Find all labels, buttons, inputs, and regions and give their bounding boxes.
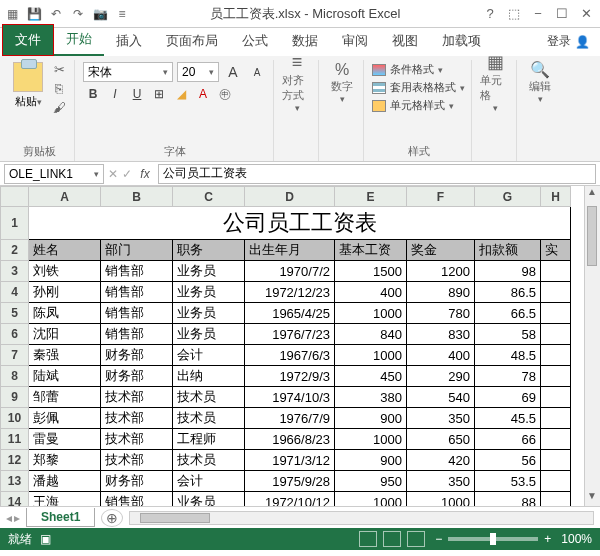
- data-cell[interactable]: 540: [407, 387, 475, 408]
- data-cell[interactable]: 53.5: [475, 471, 541, 492]
- underline-button[interactable]: U: [127, 84, 147, 104]
- data-cell[interactable]: [541, 429, 571, 450]
- formula-input[interactable]: 公司员工工资表: [158, 164, 596, 184]
- data-cell[interactable]: [541, 492, 571, 507]
- login-button[interactable]: 登录 👤: [537, 27, 600, 56]
- fill-color-button[interactable]: ◢: [171, 84, 191, 104]
- data-cell[interactable]: 900: [335, 450, 407, 471]
- data-cell[interactable]: 孙刚: [29, 282, 101, 303]
- col-header[interactable]: B: [101, 187, 173, 207]
- header-cell[interactable]: 实: [541, 240, 571, 261]
- shrink-font-icon[interactable]: A: [247, 62, 267, 82]
- sheet-tab-1[interactable]: Sheet1: [26, 508, 95, 527]
- border-button[interactable]: ⊞: [149, 84, 169, 104]
- data-cell[interactable]: 技术部: [101, 450, 173, 471]
- header-cell[interactable]: 部门: [101, 240, 173, 261]
- col-header[interactable]: H: [541, 187, 571, 207]
- data-cell[interactable]: 48.5: [475, 345, 541, 366]
- row-header[interactable]: 1: [1, 207, 29, 240]
- data-cell[interactable]: 会计: [173, 345, 245, 366]
- data-cell[interactable]: 650: [407, 429, 475, 450]
- undo-icon[interactable]: ↶: [48, 6, 64, 22]
- header-cell[interactable]: 基本工资: [335, 240, 407, 261]
- conditional-format-button[interactable]: 条件格式 ▾: [372, 62, 465, 77]
- data-cell[interactable]: 潘越: [29, 471, 101, 492]
- grow-font-icon[interactable]: A: [223, 62, 243, 82]
- row-header[interactable]: 10: [1, 408, 29, 429]
- data-cell[interactable]: [541, 366, 571, 387]
- data-cell[interactable]: 1965/4/25: [245, 303, 335, 324]
- data-cell[interactable]: 业务员: [173, 492, 245, 507]
- data-cell[interactable]: 380: [335, 387, 407, 408]
- redo-icon[interactable]: ↷: [70, 6, 86, 22]
- data-cell[interactable]: 1000: [335, 345, 407, 366]
- col-header[interactable]: E: [335, 187, 407, 207]
- record-macro-icon[interactable]: ▣: [40, 532, 51, 546]
- data-cell[interactable]: 技术部: [101, 429, 173, 450]
- data-cell[interactable]: 销售部: [101, 282, 173, 303]
- data-cell[interactable]: 400: [335, 282, 407, 303]
- table-format-button[interactable]: 套用表格格式 ▾: [372, 80, 465, 95]
- row-header[interactable]: 4: [1, 282, 29, 303]
- data-cell[interactable]: 业务员: [173, 303, 245, 324]
- data-cell[interactable]: 销售部: [101, 303, 173, 324]
- data-cell[interactable]: 890: [407, 282, 475, 303]
- row-header[interactable]: 13: [1, 471, 29, 492]
- fx-icon[interactable]: fx: [136, 167, 154, 181]
- close-icon[interactable]: ✕: [576, 4, 596, 24]
- data-cell[interactable]: 78: [475, 366, 541, 387]
- data-cell[interactable]: [541, 450, 571, 471]
- zoom-out-button[interactable]: −: [435, 532, 442, 546]
- data-cell[interactable]: 1976/7/23: [245, 324, 335, 345]
- cell-styles-button[interactable]: 单元格样式 ▾: [372, 98, 465, 113]
- data-cell[interactable]: 66: [475, 429, 541, 450]
- data-cell[interactable]: 陆斌: [29, 366, 101, 387]
- data-cell[interactable]: 86.5: [475, 282, 541, 303]
- data-cell[interactable]: 58: [475, 324, 541, 345]
- data-cell[interactable]: 1000: [335, 429, 407, 450]
- data-cell[interactable]: 1000: [335, 492, 407, 507]
- data-cell[interactable]: 350: [407, 471, 475, 492]
- data-cell[interactable]: 1976/7/9: [245, 408, 335, 429]
- scroll-up-icon[interactable]: ▲: [585, 186, 599, 202]
- data-cell[interactable]: 400: [407, 345, 475, 366]
- data-cell[interactable]: 财务部: [101, 471, 173, 492]
- page-break-view-icon[interactable]: [407, 531, 425, 547]
- editing-button[interactable]: 🔍编辑▾: [525, 62, 555, 102]
- data-cell[interactable]: 350: [407, 408, 475, 429]
- data-cell[interactable]: 刘铁: [29, 261, 101, 282]
- row-header[interactable]: 7: [1, 345, 29, 366]
- data-cell[interactable]: 销售部: [101, 492, 173, 507]
- data-cell[interactable]: [541, 387, 571, 408]
- qat-more-icon[interactable]: ≡: [114, 6, 130, 22]
- ribbon-options-icon[interactable]: ⬚: [504, 4, 524, 24]
- header-cell[interactable]: 奖金: [407, 240, 475, 261]
- data-cell[interactable]: 830: [407, 324, 475, 345]
- scroll-down-icon[interactable]: ▼: [585, 490, 599, 506]
- spreadsheet-grid[interactable]: ABCDEFGH1公司员工工资表2姓名部门职务出生年月基本工资奖金扣款额实3刘铁…: [0, 186, 571, 506]
- tab-view[interactable]: 视图: [380, 26, 430, 56]
- header-cell[interactable]: 姓名: [29, 240, 101, 261]
- data-cell[interactable]: [541, 282, 571, 303]
- data-cell[interactable]: 技术员: [173, 387, 245, 408]
- tab-review[interactable]: 审阅: [330, 26, 380, 56]
- data-cell[interactable]: 1000: [407, 492, 475, 507]
- col-header[interactable]: D: [245, 187, 335, 207]
- data-cell[interactable]: 技术员: [173, 408, 245, 429]
- data-cell[interactable]: 1972/10/12: [245, 492, 335, 507]
- add-sheet-button[interactable]: ⊕: [101, 509, 123, 527]
- tab-data[interactable]: 数据: [280, 26, 330, 56]
- title-cell[interactable]: 公司员工工资表: [29, 207, 571, 240]
- data-cell[interactable]: 业务员: [173, 261, 245, 282]
- tab-layout[interactable]: 页面布局: [154, 26, 230, 56]
- data-cell[interactable]: 财务部: [101, 345, 173, 366]
- minimize-icon[interactable]: −: [528, 4, 548, 24]
- font-color-button[interactable]: A: [193, 84, 213, 104]
- data-cell[interactable]: [541, 324, 571, 345]
- data-cell[interactable]: 会计: [173, 471, 245, 492]
- header-cell[interactable]: 出生年月: [245, 240, 335, 261]
- header-cell[interactable]: 职务: [173, 240, 245, 261]
- bold-button[interactable]: B: [83, 84, 103, 104]
- data-cell[interactable]: 56: [475, 450, 541, 471]
- row-header[interactable]: 2: [1, 240, 29, 261]
